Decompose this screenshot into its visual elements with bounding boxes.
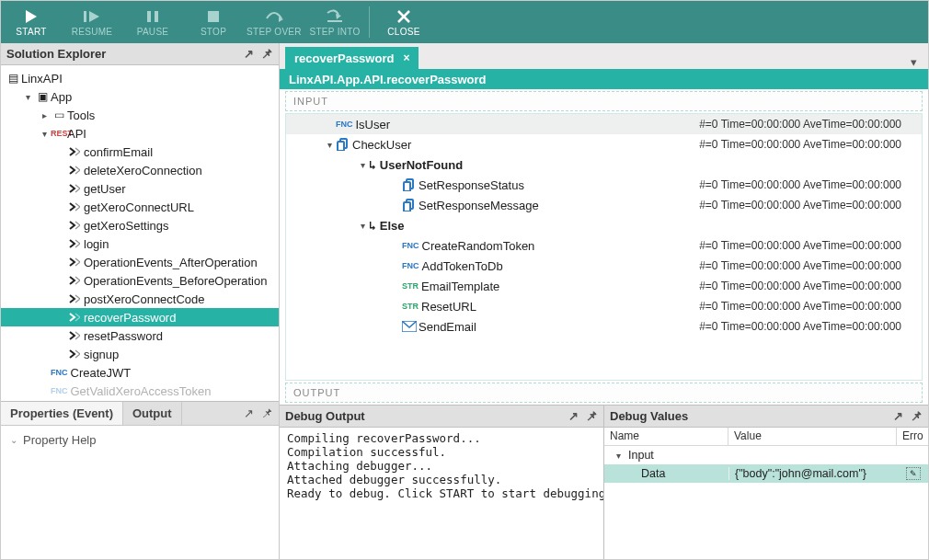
solution-tree[interactable]: ▤ LinxAPI ▾▣App▸▭Tools▾RESTAPIconfirmEma… xyxy=(1,65,279,401)
svg-rect-12 xyxy=(338,142,344,151)
tree-root[interactable]: ▤ LinxAPI xyxy=(1,69,279,87)
window-position-icon[interactable]: ↗ xyxy=(568,409,579,423)
design-canvas[interactable]: FNCIsUser#=0 Time=00:00:000 AveTime=00:0… xyxy=(285,113,923,381)
step-isuser[interactable]: FNCIsUser#=0 Time=00:00:000 AveTime=00:0… xyxy=(286,114,922,134)
pin-icon[interactable]: 📌︎ xyxy=(261,406,273,420)
tree-item-api[interactable]: ▾RESTAPI xyxy=(1,124,279,143)
property-help-toggle[interactable]: ⌄ Property Help xyxy=(10,433,270,447)
step-label: CreateRandomToken xyxy=(422,239,535,253)
tree-item-getuser[interactable]: getUser xyxy=(1,179,279,198)
step-setresponsemessage[interactable]: SetResponseMessage#=0 Time=00:00:000 Ave… xyxy=(286,195,922,215)
tree-item-getxeroconnecturl[interactable]: getXeroConnectURL xyxy=(1,198,279,216)
solution-explorer-header: Solution Explorer ↗ 📌︎ xyxy=(1,43,279,65)
debug-value-row[interactable]: ▾Input xyxy=(604,446,928,464)
tree-label: Tools xyxy=(67,109,95,122)
svg-rect-1 xyxy=(84,11,86,22)
debug-output-title: Debug Output xyxy=(285,409,365,423)
tab-properties[interactable]: Properties (Event) xyxy=(1,402,123,425)
tree-item-confirmemail[interactable]: confirmEmail xyxy=(1,143,279,161)
col-error[interactable]: Erro xyxy=(897,428,928,445)
chevron-down-icon[interactable]: ▾ xyxy=(356,160,369,170)
pin-icon[interactable]: 📌︎ xyxy=(261,47,273,61)
pin-icon[interactable]: 📌︎ xyxy=(911,409,923,423)
toolbar-separator xyxy=(369,6,370,38)
operation-icon xyxy=(67,145,84,158)
step-stats: #=0 Time=00:00:000 AveTime=00:00:000 xyxy=(699,118,922,131)
resume-button: RESUME xyxy=(62,1,122,43)
col-value[interactable]: Value xyxy=(728,428,897,445)
step-createrandomtoken[interactable]: FNCCreateRandomToken#=0 Time=00:00:000 A… xyxy=(286,235,922,256)
step-over-button: STEP OVER xyxy=(244,1,304,43)
step-label: Else xyxy=(380,219,405,233)
step-addtokentodb[interactable]: FNCAddTokenToDb#=0 Time=00:00:000 AveTim… xyxy=(286,256,922,276)
step-reseturl[interactable]: STRResetURL#=0 Time=00:00:000 AveTime=00… xyxy=(286,296,922,316)
pin-icon[interactable]: 📌︎ xyxy=(586,409,598,423)
tree-item-tools[interactable]: ▸▭Tools xyxy=(1,106,279,124)
tree-item-resetpassword[interactable]: resetPassword xyxy=(1,326,279,345)
close-button[interactable]: CLOSE xyxy=(373,1,434,43)
window-position-icon[interactable]: ↗ xyxy=(244,47,254,61)
chevron-down-icon[interactable]: ▾ xyxy=(323,140,336,150)
tree-item-recoverpassword[interactable]: recoverPassword xyxy=(1,308,279,326)
function-icon: FNC xyxy=(402,261,419,270)
window-position-icon[interactable]: ↗ xyxy=(244,406,254,420)
tree-item-login[interactable]: login xyxy=(1,234,279,253)
mail-icon xyxy=(402,321,419,332)
svg-marker-2 xyxy=(89,11,99,22)
tree-item-operationevents_afteroperation[interactable]: OperationEvents_AfterOperation xyxy=(1,253,279,271)
operation-icon xyxy=(67,164,84,177)
operation-icon xyxy=(67,329,84,342)
function-icon: FNC xyxy=(51,368,68,377)
chevron-down-icon[interactable]: ▾ xyxy=(21,92,34,102)
function-icon: FNC xyxy=(336,120,353,129)
col-name[interactable]: Name xyxy=(604,428,728,445)
step-stats: #=0 Time=00:00:000 AveTime=00:00:000 xyxy=(699,280,922,292)
tree-item-operationevents_beforeoperation[interactable]: OperationEvents_BeforeOperation xyxy=(1,271,279,290)
tab-output[interactable]: Output xyxy=(123,402,182,425)
chevron-down-icon[interactable]: ▾ xyxy=(38,129,51,139)
debug-values-body[interactable]: ▾InputData{"body":"john@mail.com"}✎ xyxy=(604,446,928,559)
document-tabs: recoverPassword × ▾ xyxy=(280,43,928,69)
svg-rect-5 xyxy=(208,11,219,22)
step-stats: #=0 Time=00:00:000 AveTime=00:00:000 xyxy=(699,320,922,333)
step-label: CheckUser xyxy=(352,138,411,152)
tree-label: getXeroSettings xyxy=(84,219,169,233)
rest-api-icon: REST xyxy=(51,129,67,138)
step-usernotfound[interactable]: ▾↳UserNotFound xyxy=(286,154,922,175)
solution-icon: ▤ xyxy=(5,72,21,85)
close-tab-icon[interactable]: × xyxy=(403,51,409,64)
tree-item-signup[interactable]: signup xyxy=(1,345,279,363)
chevron-right-icon[interactable]: ▸ xyxy=(38,110,51,120)
step-label: SendEmail xyxy=(419,320,476,334)
tree-item-createjwt[interactable]: FNCCreateJWT xyxy=(1,363,279,382)
operation-icon xyxy=(67,237,84,250)
step-checkuser[interactable]: ▾CheckUser#=0 Time=00:00:000 AveTime=00:… xyxy=(286,134,922,154)
tree-item-getxerosettings[interactable]: getXeroSettings xyxy=(1,216,279,234)
debug-values-columns: Name Value Erro xyxy=(604,428,928,446)
step-stats: #=0 Time=00:00:000 AveTime=00:00:000 xyxy=(699,138,922,151)
step-sendemail[interactable]: SendEmail#=0 Time=00:00:000 AveTime=00:0… xyxy=(286,316,922,337)
resume-icon xyxy=(84,7,100,26)
tree-item-postxeroconnectcode[interactable]: postXeroConnectCode xyxy=(1,290,279,308)
operation-icon xyxy=(67,219,84,232)
step-else[interactable]: ▾↳Else xyxy=(286,215,922,235)
step-stats: #=0 Time=00:00:000 AveTime=00:00:000 xyxy=(699,178,922,191)
chevron-down-icon[interactable]: ▾ xyxy=(612,451,625,461)
document-tab-label: recoverPassword xyxy=(294,51,394,65)
chevron-down-icon[interactable]: ▾ xyxy=(356,221,369,231)
step-emailtemplate[interactable]: STREmailTemplate#=0 Time=00:00:000 AveTi… xyxy=(286,276,922,296)
tab-recoverpassword[interactable]: recoverPassword × xyxy=(285,47,419,69)
step-setresponsestatus[interactable]: SetResponseStatus#=0 Time=00:00:000 AveT… xyxy=(286,175,922,195)
debug-value-row[interactable]: Data{"body":"john@mail.com"}✎ xyxy=(604,464,928,483)
tab-overflow-icon[interactable]: ▾ xyxy=(905,55,923,69)
tree-item-getvalidxeroaccesstoken[interactable]: FNCGetValidXeroAccessToken xyxy=(1,382,279,400)
edit-value-icon[interactable]: ✎ xyxy=(906,467,921,480)
tree-item-deletexeroconnection[interactable]: deleteXeroConnection xyxy=(1,161,279,179)
start-button[interactable]: START xyxy=(1,1,62,43)
window-position-icon[interactable]: ↗ xyxy=(893,409,903,423)
breadcrumb: LinxAPI.App.API.recoverPassword xyxy=(280,69,928,89)
solution-explorer-title: Solution Explorer xyxy=(6,47,106,61)
debug-output-text[interactable]: Compiling recoverPassword... Compilation… xyxy=(280,428,603,559)
operation-icon xyxy=(67,274,84,287)
tree-item-app[interactable]: ▾▣App xyxy=(1,87,279,106)
